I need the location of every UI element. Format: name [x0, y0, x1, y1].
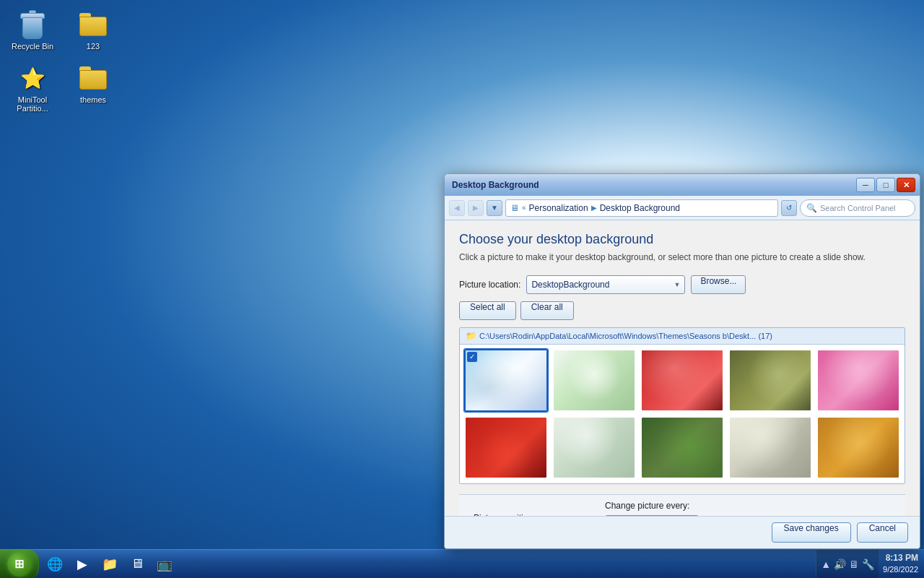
grid-path-icon: 📁 — [466, 331, 476, 341]
image-grid-item-3[interactable] — [640, 349, 724, 412]
ie-icon: 🌐 — [47, 556, 63, 572]
clear-all-button[interactable]: Clear all — [520, 301, 574, 320]
picture-location-label: Picture location: — [459, 280, 520, 290]
taskbar: ⊞ 🌐 ▶ 📁 🖥 📺 ▲ 🔊 🖥 — [0, 549, 924, 578]
image-thumb-5 — [818, 350, 899, 410]
explorer-icon: 📁 — [102, 556, 118, 572]
picture-location-select[interactable]: DesktopBackground ▼ — [526, 275, 685, 294]
windows-logo: ⊞ — [14, 557, 24, 571]
content-heading: Choose your desktop background — [459, 232, 905, 247]
clock-time: 8:13 PM — [883, 552, 918, 564]
close-button[interactable]: ✕ — [897, 178, 915, 192]
desktop-icons: Recycle Bin 123 ⭐ MiniTool Partitio... — [7, 7, 118, 116]
maximize-button[interactable]: □ — [876, 178, 895, 192]
image-thumb-10 — [818, 418, 899, 478]
tray-network-icon[interactable]: 🖥 — [849, 558, 859, 570]
desktop: Recycle Bin 123 ⭐ MiniTool Partitio... — [0, 0, 924, 578]
recycle-bin-label: Recycle Bin — [12, 42, 53, 51]
interval-label: Change picture every: — [605, 501, 699, 511]
desktop-icon-themes[interactable]: themes — [68, 61, 118, 116]
minimize-button[interactable]: ─ — [856, 178, 875, 192]
tray-arrow-icon[interactable]: ▲ — [821, 558, 831, 570]
start-button[interactable]: ⊞ — [0, 550, 39, 579]
desktop-icon-123[interactable]: 123 — [68, 7, 118, 53]
start-orb: ⊞ — [7, 552, 32, 577]
media-icon: ▶ — [77, 556, 87, 572]
cancel-button[interactable]: Cancel — [857, 522, 908, 543]
desktop-background-window: Desktop Background ─ □ ✕ ◀ ▶ ▼ 🖥 « Perso… — [444, 173, 920, 549]
clock-date: 9/28/2022 — [883, 564, 918, 575]
desktop-icon-recycle-bin[interactable]: Recycle Bin — [7, 7, 58, 53]
image-grid-item-8[interactable] — [640, 416, 724, 479]
save-changes-button[interactable]: Save changes — [772, 522, 851, 543]
image-grid-item-2[interactable] — [552, 349, 636, 412]
content-scroll[interactable]: Choose your desktop background Click a p… — [445, 220, 920, 516]
folder-123-label: 123 — [87, 42, 100, 51]
refresh-button[interactable]: ↺ — [781, 200, 797, 216]
minitool-label: MiniTool Partitio... — [17, 95, 48, 113]
window-title: Desktop Background — [449, 180, 856, 190]
tray-settings-icon[interactable]: 🔧 — [862, 558, 874, 570]
recycle-bin-icon — [19, 10, 45, 39]
path-arrow-icon: ▶ — [591, 204, 597, 212]
address-path[interactable]: 🖥 « Personalization ▶ Desktop Background — [505, 199, 778, 217]
dropdown-button[interactable]: ▼ — [487, 200, 502, 216]
forward-button[interactable]: ▶ — [468, 200, 484, 216]
image-grid: ✓ — [460, 345, 905, 483]
media2-icon: 📺 — [157, 556, 173, 572]
taskbar-right: ▲ 🔊 🖥 🔧 8:13 PM 9/28/2022 — [816, 550, 924, 579]
address-bar: ◀ ▶ ▼ 🖥 « Personalization ▶ Desktop Back… — [445, 196, 920, 220]
action-buttons: Select all Clear all — [459, 301, 905, 320]
image-thumb-2 — [554, 350, 635, 410]
image-grid-item-10[interactable] — [816, 416, 900, 479]
taskbar-icons: 🌐 ▶ 📁 🖥 📺 — [39, 551, 180, 577]
path-desktop-bg[interactable]: Desktop Background — [600, 203, 680, 213]
picture-location-row: Picture location: DesktopBackground ▼ Br… — [459, 275, 905, 294]
taskbar-icon-media[interactable]: ▶ — [69, 551, 95, 577]
window-titlebar: Desktop Background ─ □ ✕ — [445, 174, 920, 196]
image-thumb-3 — [642, 350, 723, 410]
interval-section: Change picture every: 15 minutes ▼ Shuff… — [605, 501, 699, 516]
system-tray: ▲ 🔊 🖥 🔧 — [816, 550, 879, 579]
image-grid-item-9[interactable] — [728, 416, 812, 479]
window-controls: ─ □ ✕ — [856, 178, 915, 192]
select-all-button[interactable]: Select all — [459, 301, 516, 320]
image-grid-item-7[interactable] — [552, 416, 636, 479]
image-grid-item-4[interactable] — [728, 349, 812, 412]
picture-location-arrow: ▼ — [674, 281, 680, 288]
folder-icon-themes — [79, 66, 107, 90]
window-content: Choose your desktop background Click a p… — [445, 220, 920, 548]
path-icon: 🖥 — [510, 203, 519, 213]
search-bar[interactable]: 🔍 Search Control Panel — [800, 199, 915, 217]
desktop-mgr-icon: 🖥 — [131, 556, 144, 571]
image-thumb-1 — [466, 350, 546, 410]
taskbar-icon-desktop-mgr[interactable]: 🖥 — [124, 551, 150, 577]
taskbar-icon-explorer[interactable]: 📁 — [97, 551, 123, 577]
search-placeholder: Search Control Panel — [820, 204, 896, 212]
image-thumb-4 — [730, 350, 811, 410]
path-personalization[interactable]: Personalization — [529, 203, 588, 213]
image-thumb-7 — [554, 418, 635, 478]
image-grid-container: 📁 C:\Users\Rodin\AppData\Local\Microsoft… — [459, 327, 905, 484]
tray-volume-icon[interactable]: 🔊 — [834, 558, 846, 570]
grid-path-text: C:\Users\Rodin\AppData\Local\Microsoft\W… — [479, 332, 772, 340]
picture-location-value: DesktopBackground — [531, 280, 609, 290]
image-grid-item-5[interactable] — [816, 349, 900, 412]
image-grid-header: 📁 C:\Users\Rodin\AppData\Local\Microsoft… — [460, 328, 905, 345]
back-button[interactable]: ◀ — [449, 200, 465, 216]
image-thumb-8 — [642, 418, 723, 478]
content-subtitle: Click a picture to make it your desktop … — [459, 251, 905, 264]
browse-button[interactable]: Browse... — [691, 275, 746, 294]
taskbar-icon-ie[interactable]: 🌐 — [42, 551, 68, 577]
footer-buttons: Save changes Cancel — [445, 516, 920, 548]
image-grid-item-6[interactable] — [464, 416, 548, 479]
image-thumb-9 — [730, 418, 811, 478]
taskbar-icon-media2[interactable]: 📺 — [152, 551, 178, 577]
clock[interactable]: 8:13 PM 9/28/2022 — [883, 552, 918, 575]
bottom-controls: Picture position: Fill ▼ Change — [459, 494, 905, 516]
desktop-icon-minitool[interactable]: ⭐ MiniTool Partitio... — [7, 61, 58, 116]
search-icon: 🔍 — [806, 203, 817, 213]
check-mark-1: ✓ — [467, 352, 477, 362]
image-grid-item-1[interactable]: ✓ — [464, 349, 548, 412]
themes-folder-label: themes — [80, 95, 106, 104]
